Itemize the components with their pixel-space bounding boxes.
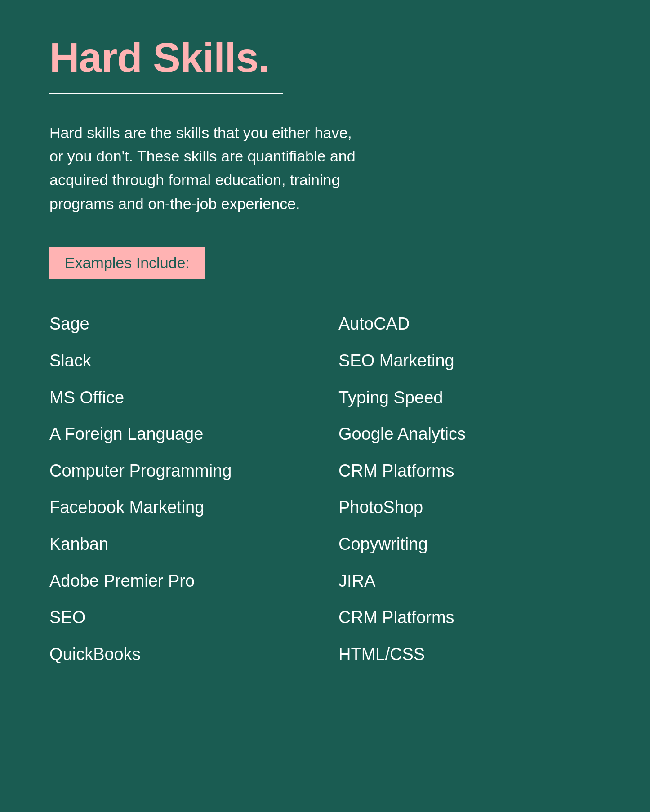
skills-grid: SageSlackMS OfficeA Foreign LanguageComp… <box>49 306 601 673</box>
list-item: HTML/CSS <box>338 636 601 673</box>
list-item: Sage <box>49 306 312 343</box>
list-item: PhotoShop <box>338 489 601 526</box>
description-text: Hard skills are the skills that you eith… <box>49 121 364 216</box>
list-item: Computer Programming <box>49 453 312 490</box>
list-item: MS Office <box>49 379 312 416</box>
list-item: JIRA <box>338 563 601 600</box>
list-item: CRM Platforms <box>338 599 601 636</box>
list-item: SEO Marketing <box>338 343 601 379</box>
list-item: Kanban <box>49 526 312 563</box>
page-title: Hard Skills. <box>49 36 601 80</box>
list-item: Adobe Premier Pro <box>49 563 312 600</box>
list-item: Google Analytics <box>338 416 601 453</box>
list-item: CRM Platforms <box>338 453 601 490</box>
list-item: Slack <box>49 343 312 379</box>
right-column: AutoCADSEO MarketingTyping SpeedGoogle A… <box>338 306 601 673</box>
list-item: Facebook Marketing <box>49 489 312 526</box>
examples-label: Examples Include: <box>49 247 205 279</box>
list-item: QuickBooks <box>49 636 312 673</box>
left-column: SageSlackMS OfficeA Foreign LanguageComp… <box>49 306 312 673</box>
page-container: Hard Skills. Hard skills are the skills … <box>0 0 650 718</box>
list-item: Copywriting <box>338 526 601 563</box>
list-item: SEO <box>49 599 312 636</box>
list-item: A Foreign Language <box>49 416 312 453</box>
list-item: AutoCAD <box>338 306 601 343</box>
title-divider <box>49 93 283 94</box>
list-item: Typing Speed <box>338 379 601 416</box>
